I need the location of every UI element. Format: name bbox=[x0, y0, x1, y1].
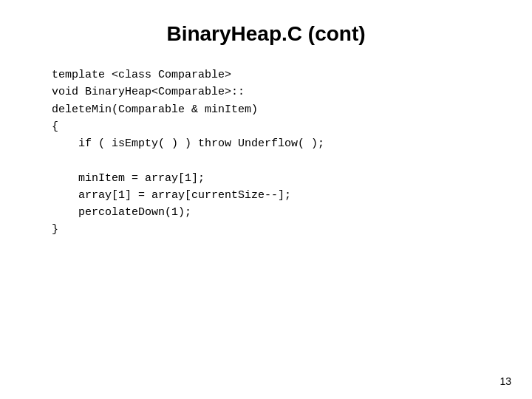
code-line-4: { bbox=[52, 118, 502, 135]
code-line-9: percolateDown(1); bbox=[52, 204, 502, 221]
code-line-5: if ( isEmpty( ) ) throw Underflow( ); bbox=[52, 135, 502, 152]
slide-container: BinaryHeap.C (cont) template <class Comp… bbox=[0, 0, 532, 399]
code-line-3: deleteMin(Comparable & minItem) bbox=[52, 101, 502, 118]
slide-title: BinaryHeap.C (cont) bbox=[166, 22, 365, 46]
code-block: template <class Comparable> void BinaryH… bbox=[30, 66, 502, 239]
page-number: 13 bbox=[499, 375, 511, 387]
code-line-10: } bbox=[52, 221, 502, 238]
code-line-blank bbox=[52, 152, 502, 169]
code-line-2: void BinaryHeap<Comparable>:: bbox=[52, 83, 502, 100]
code-line-7: minItem = array[1]; bbox=[52, 170, 502, 187]
code-line-8: array[1] = array[currentSize--]; bbox=[52, 187, 502, 204]
code-line-1: template <class Comparable> bbox=[52, 66, 502, 83]
